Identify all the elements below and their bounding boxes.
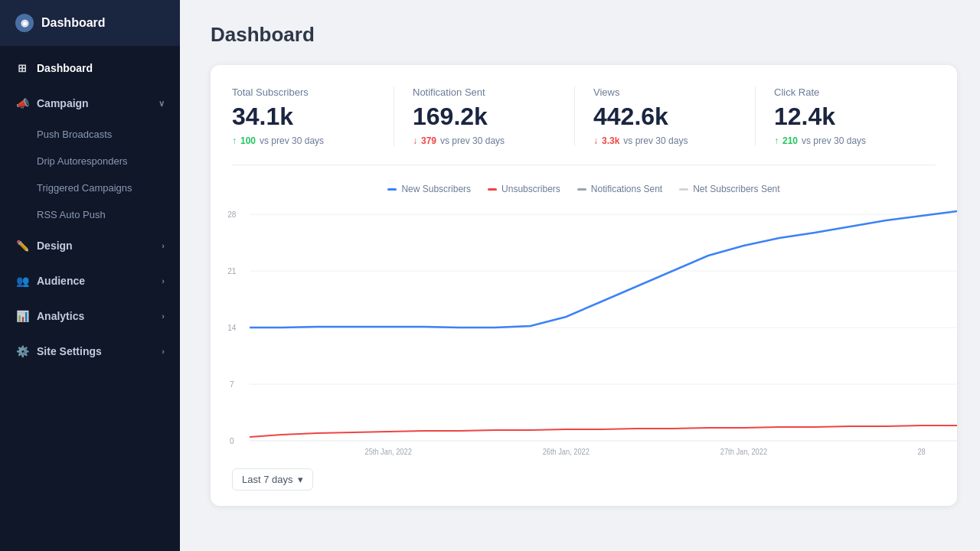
legend-dot-net-subscribers-sent bbox=[679, 188, 688, 191]
sidebar-item-label: Audience bbox=[37, 275, 85, 287]
sidebar-item-label: Campaign bbox=[37, 97, 89, 109]
svg-text:25th Jan, 2022: 25th Jan, 2022 bbox=[364, 448, 411, 456]
stat-change: ↓ 379 vs prev 30 days bbox=[413, 135, 556, 146]
chevron-down-icon: ▾ bbox=[298, 474, 303, 485]
legend-label: New Subscribers bbox=[401, 184, 471, 194]
sidebar-item-campaign[interactable]: 📣 Campaign ∨ bbox=[0, 86, 180, 121]
stat-label: Click Rate bbox=[774, 86, 917, 98]
svg-text:14: 14 bbox=[227, 323, 236, 332]
arrow-down-icon: ↓ bbox=[413, 135, 417, 146]
chevron-icon: › bbox=[162, 241, 165, 250]
sidebar-item-analytics[interactable]: 📊 Analytics › bbox=[0, 298, 180, 334]
sidebar-item-left: 👥 Audience bbox=[15, 274, 85, 288]
change-number: 379 bbox=[421, 135, 436, 146]
svg-text:21: 21 bbox=[227, 266, 236, 276]
sidebar-sub-triggered-campaigns[interactable]: Triggered Campaigns bbox=[0, 174, 180, 201]
stat-label: Notification Sent bbox=[413, 86, 556, 98]
sidebar-item-label: Analytics bbox=[37, 310, 84, 322]
stats-row: Total Subscribers 34.1k ↑ 100 vs prev 30… bbox=[232, 86, 936, 165]
stat-total-subscribers: Total Subscribers 34.1k ↑ 100 vs prev 30… bbox=[232, 86, 394, 146]
svg-text:0: 0 bbox=[230, 436, 234, 445]
stat-value: 169.2k bbox=[413, 103, 556, 131]
sidebar-item-label: Dashboard bbox=[37, 62, 93, 74]
stat-value: 442.6k bbox=[593, 103, 737, 131]
stat-change: ↑ 210 vs prev 30 days bbox=[774, 135, 917, 146]
chevron-icon: › bbox=[162, 347, 165, 356]
svg-text:27th Jan, 2022: 27th Jan, 2022 bbox=[720, 448, 767, 456]
svg-text:26th Jan, 2022: 26th Jan, 2022 bbox=[543, 448, 590, 456]
stat-value: 34.1k bbox=[232, 103, 375, 131]
stat-views: Views 442.6k ↓ 3.3k vs prev 30 days bbox=[593, 86, 756, 146]
stat-label: Total Subscribers bbox=[232, 86, 375, 98]
sidebar-sub-push-broadcasts[interactable]: Push Broadcasts bbox=[0, 121, 180, 148]
chevron-icon: › bbox=[162, 276, 165, 285]
sidebar-item-label: Design bbox=[37, 240, 73, 252]
sidebar-item-audience[interactable]: 👥 Audience › bbox=[0, 263, 180, 298]
campaign-icon: 📣 bbox=[15, 96, 29, 110]
svg-text:28: 28 bbox=[917, 448, 925, 456]
arrow-down-icon: ↓ bbox=[593, 135, 598, 146]
stat-change: ↓ 3.3k vs prev 30 days bbox=[593, 135, 737, 146]
legend-dot-notifications-sent bbox=[577, 188, 586, 191]
chart-legend: New Subscribers Unsubscribers Notificati… bbox=[232, 184, 936, 194]
sidebar-item-left: 📊 Analytics bbox=[15, 309, 84, 323]
change-number: 100 bbox=[240, 135, 256, 146]
dashboard-card: Total Subscribers 34.1k ↑ 100 vs prev 30… bbox=[211, 65, 957, 506]
analytics-icon: 📊 bbox=[15, 309, 29, 323]
arrow-up-icon: ↑ bbox=[232, 135, 237, 146]
legend-label: Unsubscribers bbox=[501, 184, 560, 194]
stat-change: ↑ 100 vs prev 30 days bbox=[232, 135, 375, 146]
sidebar-item-left: ✏️ Design bbox=[15, 239, 73, 253]
sidebar-item-design[interactable]: ✏️ Design › bbox=[0, 228, 180, 263]
chart-svg: 28 21 14 7 0 25th Jan, 2022 26th Jan, 20… bbox=[211, 204, 957, 456]
stat-value: 12.4k bbox=[774, 103, 917, 131]
comparison-text: vs prev 30 days bbox=[260, 135, 324, 146]
sidebar-item-left: 📣 Campaign bbox=[15, 96, 89, 110]
date-range-label: Last 7 days bbox=[242, 474, 293, 485]
comparison-text: vs prev 30 days bbox=[802, 135, 866, 146]
dashboard-icon: ⊞ bbox=[15, 61, 29, 75]
chart-container: 28 21 14 7 0 25th Jan, 2022 26th Jan, 20… bbox=[211, 204, 957, 456]
logo-label: Dashboard bbox=[41, 16, 106, 30]
legend-notifications-sent: Notifications Sent bbox=[577, 184, 662, 194]
main-content: Dashboard Total Subscribers 34.1k ↑ 100 … bbox=[180, 0, 980, 551]
change-number: 3.3k bbox=[602, 135, 619, 146]
sidebar-item-label: Site Settings bbox=[37, 345, 102, 357]
svg-text:28: 28 bbox=[227, 210, 236, 219]
page-title: Dashboard bbox=[211, 23, 957, 47]
legend-dot-new-subscribers bbox=[387, 188, 397, 191]
sidebar-logo[interactable]: ◉ Dashboard bbox=[0, 0, 180, 46]
logo-icon: ◉ bbox=[15, 14, 34, 32]
sidebar-item-dashboard[interactable]: ⊞ Dashboard bbox=[0, 51, 180, 86]
sidebar-item-site-settings[interactable]: ⚙️ Site Settings › bbox=[0, 334, 180, 369]
legend-label: Notifications Sent bbox=[591, 184, 662, 194]
arrow-up-icon: ↑ bbox=[774, 135, 779, 146]
chevron-icon: ∨ bbox=[158, 99, 165, 109]
legend-net-subscribers-sent: Net Subscribers Sent bbox=[679, 184, 779, 194]
comparison-text: vs prev 30 days bbox=[440, 135, 505, 146]
sidebar-sub-drip-autoresponders[interactable]: Drip Autoresponders bbox=[0, 148, 180, 174]
sidebar: ◉ Dashboard ⊞ Dashboard 📣 Campaign ∨ Pus… bbox=[0, 0, 180, 551]
sidebar-nav: ⊞ Dashboard 📣 Campaign ∨ Push Broadcasts… bbox=[0, 46, 180, 373]
stat-label: Views bbox=[593, 86, 737, 98]
design-icon: ✏️ bbox=[15, 239, 29, 253]
sidebar-item-left: ⊞ Dashboard bbox=[15, 61, 93, 75]
chevron-icon: › bbox=[162, 311, 165, 321]
change-number: 210 bbox=[782, 135, 798, 146]
legend-new-subscribers: New Subscribers bbox=[387, 184, 471, 194]
svg-text:7: 7 bbox=[230, 380, 234, 389]
legend-unsubscribers: Unsubscribers bbox=[488, 184, 560, 194]
site-settings-icon: ⚙️ bbox=[15, 344, 29, 358]
sidebar-item-left: ⚙️ Site Settings bbox=[15, 344, 102, 358]
comparison-text: vs prev 30 days bbox=[623, 135, 688, 146]
legend-label: Net Subscribers Sent bbox=[693, 184, 779, 194]
stat-notification-sent: Notification Sent 169.2k ↓ 379 vs prev 3… bbox=[413, 86, 575, 146]
stat-extra-metric: Click Rate 12.4k ↑ 210 vs prev 30 days bbox=[774, 86, 936, 146]
date-range-button[interactable]: Last 7 days ▾ bbox=[232, 468, 313, 491]
legend-dot-unsubscribers bbox=[488, 188, 497, 191]
sidebar-sub-rss-auto-push[interactable]: RSS Auto Push bbox=[0, 201, 180, 228]
date-range-bar: Last 7 days ▾ bbox=[232, 456, 936, 506]
audience-icon: 👥 bbox=[15, 274, 29, 288]
